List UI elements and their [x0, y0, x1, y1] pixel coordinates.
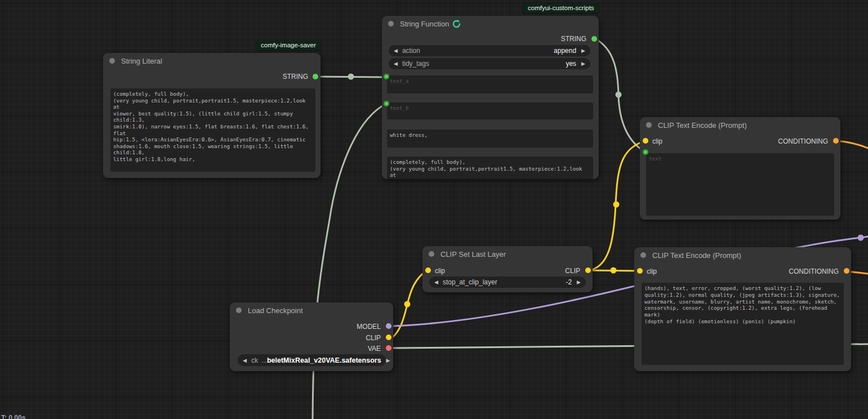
combo-right-arrow-icon[interactable]: ▶: [581, 45, 585, 56]
widget-value: append: [554, 47, 576, 55]
node-title: String Function: [400, 20, 449, 28]
action-combo-widget[interactable]: ◀ action append ▶: [389, 45, 590, 56]
clip-output-label: CLIP: [565, 267, 580, 275]
clip-input-label: clip: [652, 137, 662, 145]
widget-name: action: [402, 47, 420, 55]
widget-name: tidy_tags: [402, 60, 429, 68]
conditioning-output-label: CONDITIONING: [778, 137, 828, 145]
ckpt-name-combo-widget[interactable]: ◀ ck ... beletMixReal_v20VAE.safetensors…: [238, 354, 386, 366]
wire-conditioning-top[interactable]: [837, 141, 868, 148]
wire-dot-clip-c[interactable]: [613, 202, 620, 208]
clip-input-socket[interactable]: [425, 268, 431, 273]
node-title: CLIP Text Encode (Prompt): [658, 121, 747, 130]
clip-input-socket[interactable]: [637, 268, 643, 274]
text-c-input[interactable]: white dress,: [387, 130, 593, 148]
model-output-socket[interactable]: [386, 323, 391, 329]
negative-prompt-text-input[interactable]: (hands), text, error, cropped, (worst qu…: [642, 283, 844, 365]
collapse-dot-icon[interactable]: [236, 307, 242, 313]
node-string-literal[interactable]: String Literal STRING (completely, full …: [103, 53, 321, 178]
collapse-dot-icon[interactable]: [429, 251, 434, 257]
string-literal-text-input[interactable]: (completely, full body), (very young chi…: [110, 88, 315, 172]
conditioning-output-label: CONDITIONING: [789, 268, 839, 275]
string-output-label: STRING: [283, 73, 308, 81]
text-input-socket[interactable]: [643, 149, 648, 155]
string-output-socket[interactable]: [313, 74, 318, 79]
node-title-bar[interactable]: Load Checkpoint: [230, 302, 393, 318]
tidy-tags-combo-widget[interactable]: ◀ tidy_tags yes ▶: [389, 58, 590, 69]
node-title: Load Checkpoint: [248, 306, 303, 315]
widget-value: beletMixReal_v20VAE.safetensors: [267, 356, 381, 364]
text-b-input-socket[interactable]: [384, 101, 389, 106]
stop-at-clip-layer-widget[interactable]: ◀ stop_at_clip_layer -2 ▶: [429, 277, 586, 288]
string-output-socket[interactable]: [591, 36, 597, 42]
combo-left-arrow-icon[interactable]: ◀: [394, 58, 398, 69]
widget-name: ck: [251, 356, 258, 364]
node-title: String Literal: [121, 57, 162, 65]
combo-right-arrow-icon[interactable]: ▶: [386, 355, 390, 366]
node-string-function[interactable]: String Function STRING ◀ action append ▶…: [382, 16, 599, 179]
prompt-text-input[interactable]: text: [646, 153, 834, 216]
node-pack-badge: comfyui-custom-scripts: [523, 3, 599, 13]
model-output-label: MODEL: [357, 323, 381, 331]
node-title: CLIP Text Encode (Prompt): [652, 251, 741, 260]
node-title: CLIP Set Last Layer: [440, 250, 506, 258]
execution-time-status: T: 0.00s: [1, 414, 25, 419]
wire-offscreen-to-text-b[interactable]: [313, 104, 386, 419]
wire-dot-string-b[interactable]: [616, 92, 622, 98]
clip-input-label: clip: [435, 267, 445, 275]
text-a-input-socket[interactable]: [384, 74, 389, 79]
node-title-bar[interactable]: String Literal: [103, 53, 321, 69]
clip-output-socket[interactable]: [386, 335, 391, 340]
combo-left-arrow-icon[interactable]: ◀: [434, 277, 438, 288]
combo-right-arrow-icon[interactable]: ▶: [581, 58, 585, 69]
wire-dot-string-a[interactable]: [348, 74, 354, 80]
node-title-bar[interactable]: CLIP Text Encode (Prompt): [640, 117, 840, 133]
conditioning-output-socket[interactable]: [844, 268, 849, 274]
widget-name: stop_at_clip_layer: [443, 278, 497, 286]
vae-output-label: VAE: [368, 345, 381, 353]
combo-right-arrow-icon[interactable]: ▶: [577, 277, 581, 288]
node-graph-canvas[interactable]: String Literal STRING (completely, full …: [0, 0, 868, 419]
widget-name-ellipsis: ...: [261, 356, 267, 364]
wire-dot-clip-a[interactable]: [404, 301, 411, 307]
combo-left-arrow-icon[interactable]: ◀: [394, 45, 398, 56]
collapse-dot-icon[interactable]: [109, 58, 115, 64]
text-b-input[interactable]: text_b: [387, 102, 593, 119]
node-pack-badge: comfy-image-saver: [256, 41, 321, 50]
node-clip-text-encode-negative[interactable]: CLIP Text Encode (Prompt) clip CONDITION…: [634, 247, 851, 371]
clip-input-label: clip: [647, 268, 657, 275]
collapse-dot-icon[interactable]: [646, 122, 652, 128]
clip-output-label: CLIP: [366, 334, 381, 342]
vae-output-socket[interactable]: [386, 345, 391, 351]
collapse-dot-icon[interactable]: [640, 252, 646, 258]
clip-input-socket[interactable]: [643, 138, 648, 144]
conditioning-output-socket[interactable]: [833, 138, 839, 144]
combo-left-arrow-icon[interactable]: ◀: [243, 355, 247, 366]
custom-scripts-icon: [452, 19, 461, 29]
node-title-bar[interactable]: CLIP Set Last Layer: [422, 246, 593, 262]
result-text[interactable]: (completely, full body), (very young chi…: [387, 157, 593, 179]
string-output-label: STRING: [561, 35, 586, 43]
clip-output-socket[interactable]: [585, 268, 591, 273]
node-title-bar[interactable]: String Function: [382, 16, 599, 32]
wire-dot-clip-b[interactable]: [611, 268, 617, 274]
widget-value: -2: [566, 278, 572, 286]
text-a-input[interactable]: text_a: [387, 75, 593, 93]
node-clip-text-encode-positive[interactable]: CLIP Text Encode (Prompt) clip CONDITION…: [640, 117, 840, 220]
widget-value: yes: [566, 60, 576, 68]
collapse-dot-icon[interactable]: [388, 21, 394, 26]
node-clip-set-last-layer[interactable]: CLIP Set Last Layer clip CLIP ◀ stop_at_…: [422, 246, 593, 292]
node-load-checkpoint[interactable]: Load Checkpoint MODEL CLIP VAE ◀ ck ... …: [230, 302, 393, 371]
node-title-bar[interactable]: CLIP Text Encode (Prompt): [634, 247, 851, 263]
wire-dot-model[interactable]: [858, 235, 864, 241]
